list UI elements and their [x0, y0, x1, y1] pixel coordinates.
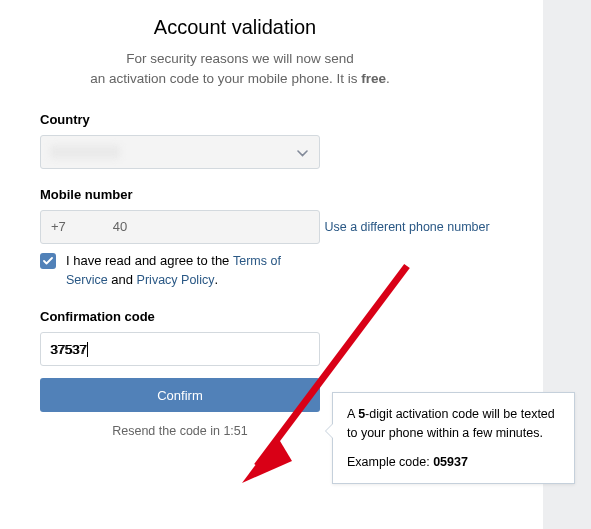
- tooltip-a: A: [347, 407, 358, 421]
- tooltip-example: Example code: 05937: [347, 453, 560, 472]
- different-phone-link[interactable]: Use a different phone number: [324, 220, 489, 234]
- mobile-label: Mobile number: [40, 187, 500, 202]
- page: Account validation For security reasons …: [0, 0, 540, 438]
- resend-text: Resend the code in 1:51: [40, 424, 320, 438]
- agree-row: I have read and agree to the Terms of Se…: [40, 252, 500, 289]
- example-a: Example code:: [347, 455, 433, 469]
- resend-time: 1:51: [223, 424, 247, 438]
- resend-prefix: Resend the code in: [112, 424, 223, 438]
- subtitle-free: free: [361, 71, 386, 86]
- page-subtitle: For security reasons we will now send an…: [0, 49, 500, 90]
- subtitle-line2a: an activation code to your mobile phone.…: [90, 71, 361, 86]
- agree-text: I have read and agree to the Terms of Se…: [66, 252, 326, 289]
- country-label: Country: [40, 112, 500, 127]
- confirm-button[interactable]: Confirm: [40, 378, 320, 412]
- tooltip-line1: A 5-digit activation code will be texted…: [347, 405, 560, 443]
- confirmation-label: Confirmation code: [40, 309, 500, 324]
- mobile-input[interactable]: [40, 210, 320, 244]
- check-icon: [43, 257, 53, 265]
- subtitle-line2c: .: [386, 71, 390, 86]
- country-select-wrap: [40, 135, 320, 169]
- country-redacted: [50, 145, 120, 159]
- privacy-link[interactable]: Privacy Policy: [137, 273, 215, 287]
- confirmation-input[interactable]: [40, 332, 320, 366]
- example-b: 05937: [433, 455, 468, 469]
- agree-c: .: [214, 272, 218, 287]
- code-input-wrap: 37537: [40, 332, 320, 366]
- agree-checkbox[interactable]: [40, 253, 56, 269]
- subtitle-line1: For security reasons we will now send: [126, 51, 353, 66]
- agree-a: I have read and agree to the: [66, 253, 233, 268]
- agree-b: and: [108, 272, 137, 287]
- activation-tooltip: A 5-digit activation code will be texted…: [332, 392, 575, 484]
- page-title: Account validation: [0, 16, 500, 39]
- tooltip-c: -digit activation code will be texted to…: [347, 407, 555, 440]
